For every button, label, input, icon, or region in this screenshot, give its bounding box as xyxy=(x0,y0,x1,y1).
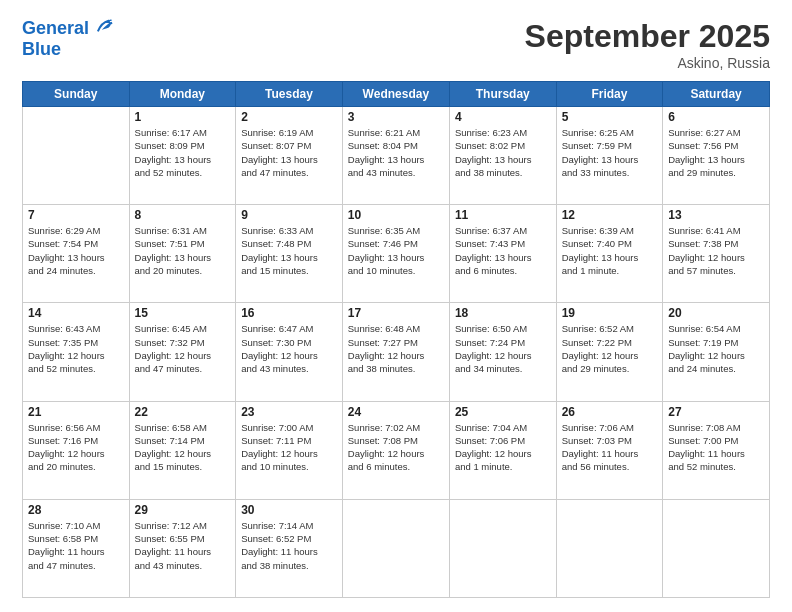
day-cell: 28Sunrise: 7:10 AM Sunset: 6:58 PM Dayli… xyxy=(23,499,130,597)
day-cell: 3Sunrise: 6:21 AM Sunset: 8:04 PM Daylig… xyxy=(342,107,449,205)
day-cell: 12Sunrise: 6:39 AM Sunset: 7:40 PM Dayli… xyxy=(556,205,663,303)
day-cell: 27Sunrise: 7:08 AM Sunset: 7:00 PM Dayli… xyxy=(663,401,770,499)
location: Askino, Russia xyxy=(525,55,770,71)
day-cell xyxy=(342,499,449,597)
day-cell: 18Sunrise: 6:50 AM Sunset: 7:24 PM Dayli… xyxy=(449,303,556,401)
day-cell: 19Sunrise: 6:52 AM Sunset: 7:22 PM Dayli… xyxy=(556,303,663,401)
page: General Blue September 2025 Askino, Russ… xyxy=(0,0,792,612)
day-number: 6 xyxy=(668,110,764,124)
day-info: Sunrise: 6:35 AM Sunset: 7:46 PM Dayligh… xyxy=(348,224,444,277)
day-cell: 7Sunrise: 6:29 AM Sunset: 7:54 PM Daylig… xyxy=(23,205,130,303)
day-info: Sunrise: 6:47 AM Sunset: 7:30 PM Dayligh… xyxy=(241,322,337,375)
col-thursday: Thursday xyxy=(449,82,556,107)
day-info: Sunrise: 6:31 AM Sunset: 7:51 PM Dayligh… xyxy=(135,224,231,277)
day-cell xyxy=(556,499,663,597)
day-number: 27 xyxy=(668,405,764,419)
day-info: Sunrise: 7:00 AM Sunset: 7:11 PM Dayligh… xyxy=(241,421,337,474)
day-cell: 5Sunrise: 6:25 AM Sunset: 7:59 PM Daylig… xyxy=(556,107,663,205)
day-info: Sunrise: 7:12 AM Sunset: 6:55 PM Dayligh… xyxy=(135,519,231,572)
day-cell: 14Sunrise: 6:43 AM Sunset: 7:35 PM Dayli… xyxy=(23,303,130,401)
day-number: 15 xyxy=(135,306,231,320)
day-number: 11 xyxy=(455,208,551,222)
col-monday: Monday xyxy=(129,82,236,107)
day-number: 4 xyxy=(455,110,551,124)
day-info: Sunrise: 6:29 AM Sunset: 7:54 PM Dayligh… xyxy=(28,224,124,277)
day-info: Sunrise: 6:27 AM Sunset: 7:56 PM Dayligh… xyxy=(668,126,764,179)
logo-bird-icon xyxy=(96,19,114,35)
day-info: Sunrise: 6:17 AM Sunset: 8:09 PM Dayligh… xyxy=(135,126,231,179)
day-number: 28 xyxy=(28,503,124,517)
day-info: Sunrise: 6:23 AM Sunset: 8:02 PM Dayligh… xyxy=(455,126,551,179)
day-info: Sunrise: 6:45 AM Sunset: 7:32 PM Dayligh… xyxy=(135,322,231,375)
day-cell: 4Sunrise: 6:23 AM Sunset: 8:02 PM Daylig… xyxy=(449,107,556,205)
day-cell xyxy=(449,499,556,597)
calendar-table: Sunday Monday Tuesday Wednesday Thursday… xyxy=(22,81,770,598)
day-number: 5 xyxy=(562,110,658,124)
day-info: Sunrise: 7:02 AM Sunset: 7:08 PM Dayligh… xyxy=(348,421,444,474)
day-cell: 1Sunrise: 6:17 AM Sunset: 8:09 PM Daylig… xyxy=(129,107,236,205)
title-block: September 2025 Askino, Russia xyxy=(525,18,770,71)
day-cell: 13Sunrise: 6:41 AM Sunset: 7:38 PM Dayli… xyxy=(663,205,770,303)
col-friday: Friday xyxy=(556,82,663,107)
day-info: Sunrise: 6:48 AM Sunset: 7:27 PM Dayligh… xyxy=(348,322,444,375)
day-number: 7 xyxy=(28,208,124,222)
day-info: Sunrise: 6:25 AM Sunset: 7:59 PM Dayligh… xyxy=(562,126,658,179)
day-cell: 17Sunrise: 6:48 AM Sunset: 7:27 PM Dayli… xyxy=(342,303,449,401)
day-cell xyxy=(663,499,770,597)
day-number: 26 xyxy=(562,405,658,419)
logo: General Blue xyxy=(22,18,114,59)
day-cell: 9Sunrise: 6:33 AM Sunset: 7:48 PM Daylig… xyxy=(236,205,343,303)
day-info: Sunrise: 7:14 AM Sunset: 6:52 PM Dayligh… xyxy=(241,519,337,572)
day-info: Sunrise: 7:08 AM Sunset: 7:00 PM Dayligh… xyxy=(668,421,764,474)
day-info: Sunrise: 6:21 AM Sunset: 8:04 PM Dayligh… xyxy=(348,126,444,179)
day-cell: 21Sunrise: 6:56 AM Sunset: 7:16 PM Dayli… xyxy=(23,401,130,499)
day-cell: 15Sunrise: 6:45 AM Sunset: 7:32 PM Dayli… xyxy=(129,303,236,401)
col-saturday: Saturday xyxy=(663,82,770,107)
day-cell: 11Sunrise: 6:37 AM Sunset: 7:43 PM Dayli… xyxy=(449,205,556,303)
day-info: Sunrise: 6:33 AM Sunset: 7:48 PM Dayligh… xyxy=(241,224,337,277)
calendar-week-2: 7Sunrise: 6:29 AM Sunset: 7:54 PM Daylig… xyxy=(23,205,770,303)
day-info: Sunrise: 6:39 AM Sunset: 7:40 PM Dayligh… xyxy=(562,224,658,277)
day-number: 30 xyxy=(241,503,337,517)
day-number: 12 xyxy=(562,208,658,222)
day-cell: 10Sunrise: 6:35 AM Sunset: 7:46 PM Dayli… xyxy=(342,205,449,303)
calendar-week-4: 21Sunrise: 6:56 AM Sunset: 7:16 PM Dayli… xyxy=(23,401,770,499)
day-number: 17 xyxy=(348,306,444,320)
day-info: Sunrise: 6:54 AM Sunset: 7:19 PM Dayligh… xyxy=(668,322,764,375)
header: General Blue September 2025 Askino, Russ… xyxy=(22,18,770,71)
logo-line2: Blue xyxy=(22,39,114,60)
col-wednesday: Wednesday xyxy=(342,82,449,107)
day-number: 2 xyxy=(241,110,337,124)
day-number: 13 xyxy=(668,208,764,222)
day-cell: 2Sunrise: 6:19 AM Sunset: 8:07 PM Daylig… xyxy=(236,107,343,205)
day-number: 29 xyxy=(135,503,231,517)
day-cell: 26Sunrise: 7:06 AM Sunset: 7:03 PM Dayli… xyxy=(556,401,663,499)
day-number: 9 xyxy=(241,208,337,222)
day-cell: 25Sunrise: 7:04 AM Sunset: 7:06 PM Dayli… xyxy=(449,401,556,499)
day-number: 25 xyxy=(455,405,551,419)
day-info: Sunrise: 7:06 AM Sunset: 7:03 PM Dayligh… xyxy=(562,421,658,474)
col-tuesday: Tuesday xyxy=(236,82,343,107)
day-cell: 29Sunrise: 7:12 AM Sunset: 6:55 PM Dayli… xyxy=(129,499,236,597)
header-row: Sunday Monday Tuesday Wednesday Thursday… xyxy=(23,82,770,107)
calendar-week-1: 1Sunrise: 6:17 AM Sunset: 8:09 PM Daylig… xyxy=(23,107,770,205)
calendar-week-5: 28Sunrise: 7:10 AM Sunset: 6:58 PM Dayli… xyxy=(23,499,770,597)
day-number: 14 xyxy=(28,306,124,320)
day-number: 20 xyxy=(668,306,764,320)
day-number: 23 xyxy=(241,405,337,419)
day-cell: 24Sunrise: 7:02 AM Sunset: 7:08 PM Dayli… xyxy=(342,401,449,499)
month-title: September 2025 xyxy=(525,18,770,55)
day-info: Sunrise: 6:56 AM Sunset: 7:16 PM Dayligh… xyxy=(28,421,124,474)
day-cell: 30Sunrise: 7:14 AM Sunset: 6:52 PM Dayli… xyxy=(236,499,343,597)
day-number: 16 xyxy=(241,306,337,320)
calendar-week-3: 14Sunrise: 6:43 AM Sunset: 7:35 PM Dayli… xyxy=(23,303,770,401)
day-info: Sunrise: 6:37 AM Sunset: 7:43 PM Dayligh… xyxy=(455,224,551,277)
day-cell: 8Sunrise: 6:31 AM Sunset: 7:51 PM Daylig… xyxy=(129,205,236,303)
day-info: Sunrise: 7:10 AM Sunset: 6:58 PM Dayligh… xyxy=(28,519,124,572)
day-cell: 22Sunrise: 6:58 AM Sunset: 7:14 PM Dayli… xyxy=(129,401,236,499)
day-number: 22 xyxy=(135,405,231,419)
day-info: Sunrise: 6:19 AM Sunset: 8:07 PM Dayligh… xyxy=(241,126,337,179)
day-cell: 6Sunrise: 6:27 AM Sunset: 7:56 PM Daylig… xyxy=(663,107,770,205)
day-info: Sunrise: 7:04 AM Sunset: 7:06 PM Dayligh… xyxy=(455,421,551,474)
day-info: Sunrise: 6:41 AM Sunset: 7:38 PM Dayligh… xyxy=(668,224,764,277)
